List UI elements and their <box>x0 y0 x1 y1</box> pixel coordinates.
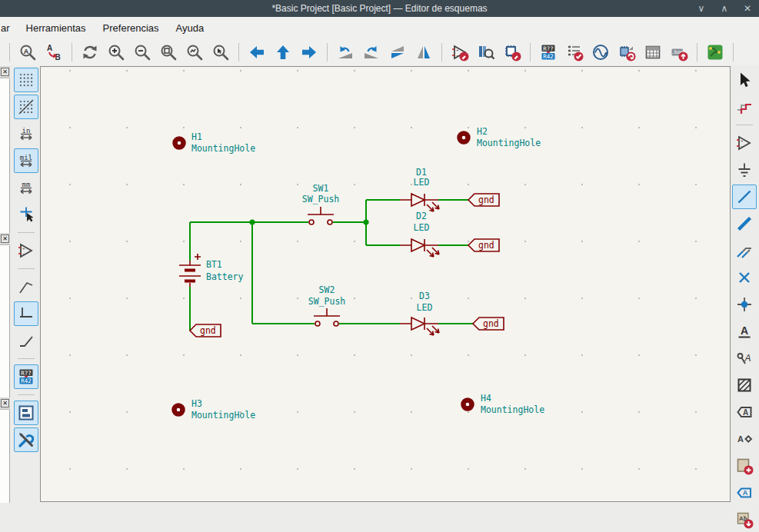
rule-area-button[interactable] <box>732 373 757 397</box>
component-mounting-hole[interactable]: H2 MountingHole <box>460 126 541 148</box>
component-switch[interactable]: SW2 SW_Push <box>308 284 345 326</box>
component-mounting-hole[interactable]: H3 MountingHole <box>175 398 256 421</box>
svg-text:gnd[interactable]: gnd <box>200 325 216 336</box>
pcb-editor-button[interactable] <box>704 41 727 64</box>
close-panel-icon[interactable]: ✕ <box>1 399 9 407</box>
component-ref[interactable]: SW1 <box>313 183 329 194</box>
select-cursor-button[interactable] <box>732 68 757 92</box>
component-value[interactable]: MountingHole <box>481 404 544 415</box>
zoom-in-button[interactable] <box>105 41 128 64</box>
net-label-button[interactable]: A <box>732 319 757 344</box>
mirror-horizontal-button[interactable] <box>412 41 435 64</box>
mirror-vertical-button[interactable] <box>386 41 409 64</box>
line-free-angle-button[interactable] <box>14 274 38 299</box>
symbol-browser-button[interactable] <box>474 41 498 64</box>
close-panel-icon[interactable]: ✕ <box>1 68 9 76</box>
add-wire-button[interactable] <box>732 185 757 209</box>
refresh-button[interactable] <box>78 41 102 64</box>
add-junction-button[interactable] <box>732 292 757 317</box>
unit-inches-button[interactable]: in <box>14 121 38 146</box>
unit-mm-button[interactable]: mm <box>14 175 38 200</box>
zoom-selection-button[interactable] <box>209 41 232 64</box>
global-label-gnd[interactable]: gnd <box>468 194 499 206</box>
close-icon[interactable]: ✕ <box>742 3 753 14</box>
close-panel-icon[interactable]: ✕ <box>1 234 9 243</box>
component-led[interactable]: D2 LED <box>400 211 439 257</box>
nav-back-button[interactable] <box>245 41 268 64</box>
svg-text:gnd[interactable]: gnd <box>478 240 494 251</box>
find-replace-button[interactable]: AB <box>42 41 65 64</box>
zoom-objects-button[interactable] <box>183 41 206 64</box>
nav-up-button[interactable] <box>271 41 295 64</box>
grid-overlay-button[interactable] <box>14 95 38 119</box>
schematic-canvas[interactable]: BT1 Battery SW1 SW_Push SW2 SW_Push D1 L… <box>40 66 731 502</box>
highlight-net-button[interactable] <box>732 95 757 119</box>
hidden-pins-button[interactable]: +− <box>14 238 38 263</box>
nav-forward-button[interactable] <box>298 41 321 64</box>
menu-item-herramientas[interactable]: Herramientas <box>18 19 95 37</box>
bom-button[interactable]: .bom <box>667 41 691 64</box>
component-value[interactable]: MountingHole <box>191 410 255 421</box>
component-ref[interactable]: D2 <box>416 211 427 221</box>
menu-item-ayuda[interactable]: Ayuda <box>168 19 213 37</box>
component-value[interactable]: MountingHole <box>191 143 255 154</box>
maximize-icon[interactable]: ∧ <box>719 3 730 14</box>
component-ref[interactable]: H4 <box>481 393 491 404</box>
hierarchical-label-button[interactable]: A <box>732 427 757 451</box>
annotate-button[interactable]: R??R42 <box>537 41 560 64</box>
hierarchical-sheet-button[interactable] <box>732 454 757 478</box>
hierarchy-navigator-button[interactable] <box>14 401 38 425</box>
component-value[interactable]: LED <box>414 177 430 188</box>
component-ref[interactable]: H2 <box>477 126 488 137</box>
footprint-editor-button[interactable] <box>501 41 524 64</box>
add-power-button[interactable] <box>732 158 757 182</box>
erc-button[interactable] <box>563 41 586 64</box>
component-ref[interactable]: H3 <box>191 398 202 409</box>
line-90-button[interactable] <box>14 301 38 326</box>
component-led[interactable]: D1 LED <box>400 167 439 211</box>
properties-panel-button[interactable] <box>14 427 38 452</box>
import-graphics-button[interactable]: A <box>732 507 757 532</box>
component-ref[interactable]: H1 <box>191 131 202 142</box>
zoom-fit-button[interactable] <box>157 41 180 64</box>
global-label-gnd[interactable]: gnd <box>473 318 504 330</box>
component-led[interactable]: D3 LED <box>400 291 439 335</box>
component-mounting-hole[interactable]: H1 MountingHole <box>175 131 256 154</box>
symbol-editor-button[interactable]: +− <box>448 41 471 64</box>
component-value[interactable]: Battery <box>206 271 244 282</box>
zoom-out-button[interactable] <box>131 41 154 64</box>
component-battery[interactable]: BT1 Battery <box>179 254 244 287</box>
grid-dots-button[interactable] <box>14 68 38 92</box>
bus-entry-button[interactable] <box>732 238 757 263</box>
component-value[interactable]: SW_Push <box>302 194 339 204</box>
sheet-pin-button[interactable]: A <box>732 480 757 505</box>
find-button[interactable]: A <box>16 41 39 64</box>
undo-button[interactable] <box>334 41 357 64</box>
no-connect-button[interactable] <box>732 265 757 290</box>
simulator-button[interactable] <box>589 41 612 64</box>
menu-item-preferencias[interactable]: Preferencias <box>95 19 168 37</box>
netclass-directive-button[interactable]: A <box>732 346 757 371</box>
global-label-gnd[interactable]: gnd <box>468 239 499 251</box>
component-value[interactable]: MountingHole <box>477 138 541 148</box>
component-ref[interactable]: D3 <box>419 291 430 301</box>
redo-button[interactable] <box>360 41 383 64</box>
component-switch[interactable]: SW1 SW_Push <box>302 183 339 224</box>
junction[interactable] <box>249 219 255 224</box>
component-value[interactable]: LED <box>414 222 430 233</box>
component-value[interactable]: SW_Push <box>308 296 345 307</box>
junction[interactable] <box>363 219 368 224</box>
global-label-button[interactable]: A <box>732 400 757 424</box>
show-annotations-button[interactable]: R??R42 <box>14 364 38 389</box>
minimize-icon[interactable]: ∨ <box>696 3 707 14</box>
component-ref[interactable]: SW2 <box>319 284 335 295</box>
assign-footprints-button[interactable] <box>615 41 638 64</box>
component-ref[interactable]: D1 <box>416 167 427 178</box>
component-ref[interactable]: BT1 <box>206 259 222 270</box>
svg-text:gnd[interactable]: gnd <box>483 318 499 329</box>
menu-item-partial[interactable]: ar <box>0 19 18 37</box>
svg-text:gnd[interactable]: gnd <box>478 195 494 205</box>
add-symbol-button[interactable]: +− <box>732 131 757 155</box>
add-bus-button[interactable] <box>732 211 757 236</box>
unit-mils-button[interactable]: mil <box>14 148 38 173</box>
